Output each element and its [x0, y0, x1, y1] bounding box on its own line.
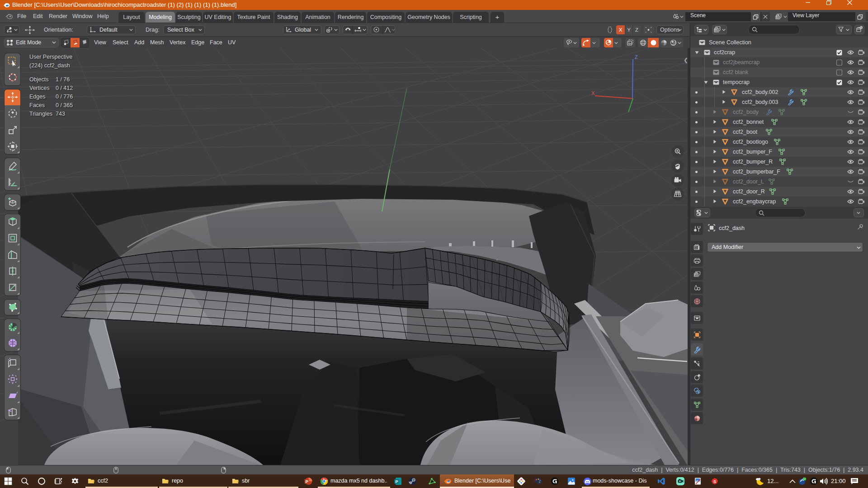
svg-text:P: P	[395, 479, 398, 484]
svg-text:X: X	[591, 90, 595, 96]
svg-text:P: P	[306, 479, 308, 484]
svg-text:S: S	[713, 479, 716, 484]
svg-text:Z: Z	[635, 54, 638, 60]
